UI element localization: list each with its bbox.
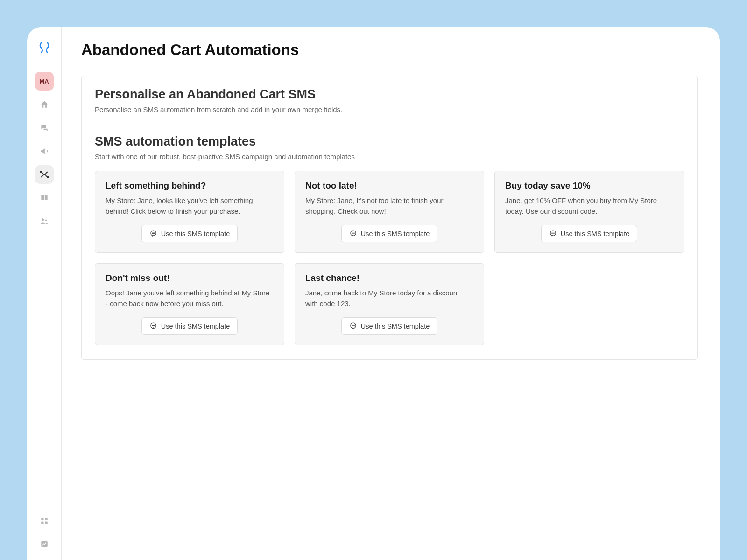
use-template-button[interactable]: Use this SMS template: [341, 317, 437, 335]
use-template-label: Use this SMS template: [361, 322, 430, 330]
panel-divider: [95, 124, 598, 124]
templates-grid: Left something behind?My Store: Jane, lo…: [95, 171, 598, 345]
svg-point-10: [152, 233, 153, 233]
svg-point-11: [153, 233, 154, 233]
logo-icon: [37, 40, 51, 54]
use-template-label: Use this SMS template: [161, 230, 230, 238]
svg-point-22: [152, 325, 153, 326]
templates-heading: SMS automation templates: [95, 134, 598, 149]
template-body: My Store: Jane, looks like you've left s…: [106, 196, 274, 217]
sidebar: MA: [27, 27, 62, 448]
template-card: Not too late!My Store: Jane, It's not to…: [295, 171, 484, 253]
template-title: Left something behind?: [106, 181, 274, 191]
sms-icon: [149, 230, 157, 238]
svg-point-20: [554, 233, 554, 233]
svg-point-14: [352, 233, 352, 233]
svg-point-3: [45, 220, 47, 222]
svg-point-1: [47, 176, 48, 178]
sidebar-item-chat[interactable]: [35, 119, 54, 137]
sidebar-ma-label: MA: [39, 78, 49, 85]
personalise-heading: Personalise an Abandoned Cart SMS: [95, 87, 598, 102]
use-template-label: Use this SMS template: [161, 322, 230, 330]
sidebar-item-megaphone[interactable]: [35, 142, 54, 161]
template-title: Don't miss out!: [106, 273, 274, 283]
svg-point-12: [154, 233, 155, 233]
template-body: My Store: Jane, It's not too late to fin…: [305, 196, 473, 217]
template-title: Last chance!: [305, 273, 473, 283]
templates-sub: Start with one of our robust, best-pract…: [95, 153, 598, 161]
template-card: Left something behind?My Store: Jane, lo…: [95, 171, 284, 253]
sidebar-item-users[interactable]: [35, 212, 54, 231]
svg-point-2: [42, 218, 44, 221]
use-template-button[interactable]: Use this SMS template: [141, 317, 238, 335]
sms-icon: [349, 322, 357, 330]
template-title: Buy today save 10%: [505, 181, 598, 191]
svg-point-19: [553, 233, 553, 233]
template-card: Don't miss out!Oops! Jane you've left so…: [95, 263, 284, 345]
users-icon: [40, 217, 49, 226]
svg-point-18: [552, 233, 552, 233]
templates-panel: Personalise an Abandoned Cart SMS Person…: [81, 76, 598, 360]
svg-point-15: [353, 233, 353, 233]
svg-point-24: [154, 325, 155, 326]
main-content: Abandoned Cart Automations Personalise a…: [62, 27, 598, 448]
svg-point-0: [40, 171, 42, 173]
chat-icon: [40, 123, 49, 133]
svg-point-27: [353, 325, 353, 326]
sidebar-item-ma[interactable]: MA: [35, 72, 54, 91]
book-icon: [40, 193, 49, 203]
use-template-button[interactable]: Use this SMS template: [141, 225, 238, 242]
template-body: Jane, come back to My Store today for a …: [305, 288, 473, 309]
personalise-sub: Personalise an SMS automation from scrat…: [95, 105, 598, 113]
template-body: Oops! Jane you've left something behind …: [106, 288, 274, 309]
use-template-button[interactable]: Use this SMS template: [341, 225, 437, 242]
use-template-label: Use this SMS template: [561, 230, 598, 238]
home-icon: [40, 100, 49, 109]
use-template-label: Use this SMS template: [361, 230, 430, 238]
template-card: Buy today save 10%Jane, get 10% OFF when…: [494, 171, 598, 253]
sms-icon: [349, 230, 357, 238]
svg-point-23: [153, 325, 154, 326]
svg-point-16: [354, 233, 354, 233]
page-title: Abandoned Cart Automations: [81, 41, 598, 59]
sms-icon: [149, 322, 157, 330]
use-template-button[interactable]: Use this SMS template: [541, 225, 598, 242]
svg-point-26: [352, 325, 352, 326]
template-title: Not too late!: [305, 181, 473, 191]
app-window: MA: [27, 27, 598, 448]
template-card: Last chance!Jane, come back to My Store …: [295, 263, 484, 345]
flow-icon: [39, 169, 49, 180]
sms-icon: [549, 230, 557, 238]
template-body: Jane, get 10% OFF when you buy from My S…: [505, 196, 598, 217]
sidebar-item-book[interactable]: [35, 189, 54, 207]
sidebar-item-automations[interactable]: [35, 165, 54, 184]
sidebar-item-home[interactable]: [35, 95, 54, 114]
svg-point-28: [354, 325, 354, 326]
megaphone-icon: [40, 147, 49, 156]
